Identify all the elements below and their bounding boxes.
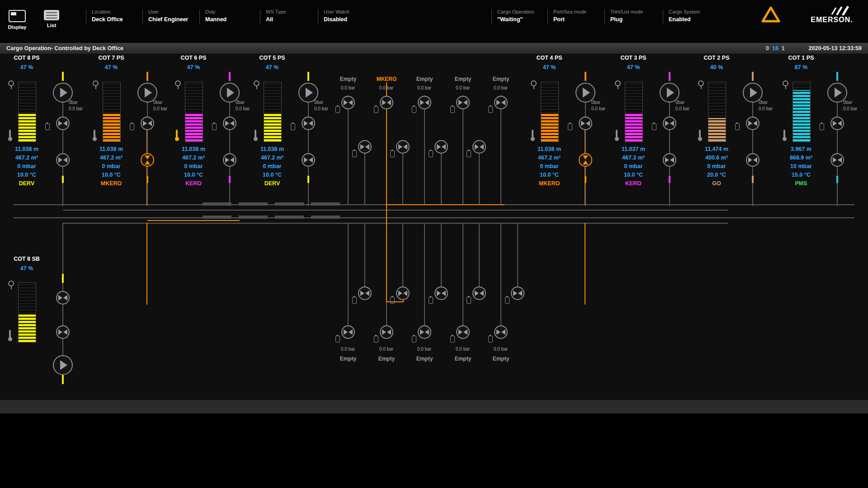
valve-icon[interactable] (418, 96, 431, 109)
pipe-segment (239, 216, 268, 219)
tank-name: COT 8 SB (0, 256, 54, 262)
tank-level-bar[interactable] (103, 82, 121, 142)
valve-icon[interactable] (456, 325, 470, 339)
pump-pressure-label: 0bar (675, 100, 684, 105)
valve-icon[interactable] (472, 286, 486, 300)
product-label: KERO (606, 179, 660, 188)
valve-icon[interactable] (223, 117, 236, 130)
tank-level-bar[interactable] (264, 82, 282, 142)
cargo-color-tick (62, 274, 64, 283)
header-field-value: Disabled (324, 16, 349, 23)
pump-pressure-label: 0bar (153, 100, 162, 105)
valve-icon[interactable] (380, 325, 393, 339)
pipe-segment (311, 202, 340, 206)
battery-icon (374, 106, 378, 113)
tank-level-bar[interactable] (541, 82, 559, 142)
valve-icon[interactable] (341, 325, 355, 339)
display-button[interactable]: Display (5, 10, 29, 30)
cargo-color-tick (62, 375, 64, 384)
product-label: DERV (0, 179, 54, 188)
valve-icon[interactable] (396, 286, 410, 300)
product-label: MKERO (522, 179, 576, 188)
list-icon (44, 10, 59, 20)
valve-icon[interactable] (341, 96, 355, 109)
tank-level-bar[interactable] (793, 82, 811, 142)
battery-icon (45, 123, 50, 130)
valve-icon[interactable] (56, 153, 70, 167)
valve-icon[interactable] (358, 140, 372, 154)
level-sensor-icon (254, 80, 259, 86)
valve-icon[interactable] (396, 140, 410, 154)
header-field-label: Cargo Operation (497, 9, 534, 14)
manifold-pressure: 0.0 bar (417, 347, 431, 352)
throttle-valve-icon[interactable] (579, 153, 592, 167)
manifold-label: Empty (485, 356, 517, 362)
valve-icon[interactable] (380, 96, 393, 109)
cargo-color-tick (836, 72, 838, 81)
valve-icon[interactable] (302, 153, 315, 167)
pipe (62, 92, 63, 206)
battery-icon (467, 297, 471, 304)
header-field-user: UserChief Engineer (148, 9, 188, 23)
header-field-value: "Waiting" (497, 16, 534, 23)
valve-icon[interactable] (456, 96, 470, 109)
valve-icon[interactable] (494, 325, 508, 339)
valve-icon[interactable] (830, 153, 844, 167)
valve-icon[interactable] (358, 286, 372, 300)
valve-icon[interactable] (494, 96, 508, 109)
throttle-valve-icon[interactable] (141, 153, 154, 167)
valve-icon[interactable] (746, 117, 760, 130)
valve-icon[interactable] (56, 117, 70, 130)
valve-icon[interactable] (663, 117, 676, 130)
valve-icon[interactable] (434, 286, 448, 300)
valve-icon[interactable] (511, 286, 524, 300)
valve-icon[interactable] (663, 153, 676, 167)
valve-icon[interactable] (302, 117, 315, 130)
tank-level-fill (708, 118, 726, 141)
valve-icon[interactable] (579, 117, 592, 130)
valve-icon[interactable] (472, 140, 486, 154)
valve-icon[interactable] (56, 325, 70, 339)
pipe (147, 92, 148, 206)
valve-icon[interactable] (223, 153, 236, 167)
pump-pressure-label: 0bar (591, 100, 600, 105)
tank-level-bar[interactable] (18, 82, 36, 142)
tank-name: COT 8 PS (0, 55, 54, 61)
tank-level-fill (103, 113, 120, 141)
battery-icon (429, 150, 433, 157)
tank-readings: 11.038 m467.2 m³0 mbar10.0 °CMKERO (84, 145, 138, 188)
battery-icon (390, 297, 395, 304)
battery-icon (820, 123, 824, 130)
tank-depth: 11.038 m (166, 145, 221, 154)
tank-level-bar[interactable] (185, 82, 203, 142)
valve-icon[interactable] (141, 117, 154, 130)
pipe-segment (275, 216, 304, 219)
temperature-sensor-icon (783, 130, 785, 138)
pump-icon[interactable] (53, 355, 73, 375)
battery-icon (412, 106, 416, 113)
page-title: Cargo Operation- Controlled by Deck Offi… (6, 45, 123, 52)
manifold-label: MKERO (370, 76, 403, 82)
display-button-label: Display (5, 24, 29, 30)
header-field-location: LocationDeck Office (92, 9, 123, 23)
tank-level-fill (19, 113, 36, 141)
cargo-color-tick (752, 72, 754, 81)
valve-icon[interactable] (434, 140, 448, 154)
pipe (229, 92, 230, 206)
pipe (837, 92, 838, 206)
pump-pressure-label: 0.0 bar (236, 106, 250, 111)
alarm-triangle-icon[interactable] (760, 5, 781, 23)
header-field-label: User (148, 9, 188, 14)
tank-pressure: 0 mbar (0, 162, 54, 171)
tank-level-bar[interactable] (625, 82, 643, 142)
valve-icon[interactable] (830, 117, 844, 130)
battery-icon (467, 150, 471, 157)
tank-level-bar[interactable] (708, 82, 726, 142)
list-button[interactable]: List (40, 10, 63, 28)
valve-icon[interactable] (56, 291, 70, 305)
valve-icon[interactable] (746, 153, 760, 167)
battery-icon (450, 106, 455, 113)
tank-level-bar[interactable] (18, 282, 36, 343)
manifold-pressure: 0.0 bar (379, 347, 393, 352)
valve-icon[interactable] (418, 325, 431, 339)
